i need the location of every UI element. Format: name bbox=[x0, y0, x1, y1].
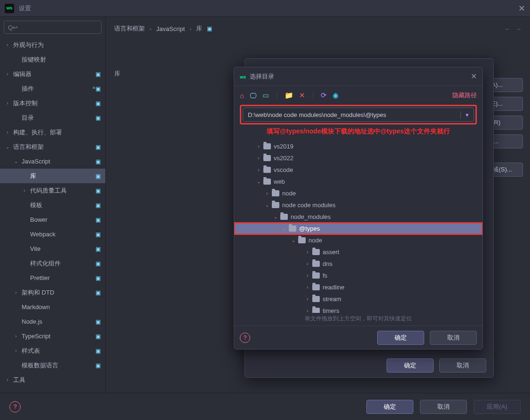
search-icon: Q↩ bbox=[8, 24, 18, 31]
sidebar-item[interactable]: Bower▣ bbox=[0, 212, 105, 227]
dialog-close-icon[interactable]: ✕ bbox=[471, 72, 477, 81]
settings-tree[interactable]: ›外观与行为按键映射›编辑器▣插件ᴬ▣›版本控制▣目录▣›构建、执行、部署⌄语言… bbox=[0, 38, 105, 393]
dir-row[interactable]: ›node bbox=[234, 187, 483, 199]
sidebar-item[interactable]: Prettier▣ bbox=[0, 271, 105, 285]
delete-icon[interactable]: ✕ bbox=[299, 91, 305, 100]
sidebar-item[interactable]: ›版本控制▣ bbox=[0, 96, 105, 110]
dir-row[interactable]: ›stream bbox=[234, 293, 483, 305]
main-footer: ? 确定 取消 应用(A) const data = JSON.parse(do… bbox=[0, 393, 530, 420]
nav-back-icon[interactable]: ← bbox=[505, 25, 511, 32]
path-dropdown-icon[interactable]: ▾ bbox=[460, 111, 469, 118]
sidebar-item[interactable]: ⌄JavaScript▣ bbox=[0, 154, 105, 169]
sidebar-item[interactable]: ›工具 bbox=[0, 373, 105, 387]
desktop-icon[interactable]: 🖵 bbox=[250, 92, 257, 100]
dialog-cancel-button[interactable]: 取消 bbox=[430, 331, 477, 345]
dir-row[interactable]: ›dns bbox=[234, 258, 483, 270]
content-area: 语言和框架 › JavaScript › 库 ▣ ← → 库 类型 全局全局全局… bbox=[106, 17, 530, 393]
library-label: 库 bbox=[114, 70, 120, 78]
sidebar-item[interactable]: ›代码质量工具▣ bbox=[0, 183, 105, 198]
sidebar-item[interactable]: Webpack▣ bbox=[0, 227, 105, 241]
inner-cancel-button[interactable]: 取消 bbox=[439, 358, 486, 373]
project-icon[interactable]: ▭ bbox=[262, 91, 269, 100]
footer-apply-button: 应用(A) bbox=[474, 400, 521, 414]
new-folder-icon[interactable]: 📁 bbox=[285, 91, 293, 100]
drop-hint: 将文件拖放到上方空间，即可对其快速定位 bbox=[234, 315, 483, 323]
sidebar-item[interactable]: 目录▣ bbox=[0, 110, 105, 125]
sidebar-item[interactable]: ›外观与行为 bbox=[0, 38, 105, 52]
select-directory-dialog: WS 选择目录 ✕ ⌂ 🖵 ▭ 📁 ✕ ⟳ ◉ 隐藏路径 D:\web\node… bbox=[234, 67, 483, 350]
home-icon[interactable]: ⌂ bbox=[240, 92, 244, 100]
footer-ok-button[interactable]: 确定 bbox=[366, 400, 413, 414]
dialog-ok-button[interactable]: 确定 bbox=[377, 331, 424, 345]
sidebar-item[interactable]: Node.js▣ bbox=[0, 314, 105, 329]
refresh-icon[interactable]: ⟳ bbox=[321, 91, 327, 100]
annotation-text: 填写@types/node模块下载的地址选中@types这个文件夹就行 bbox=[240, 127, 477, 136]
show-hidden-icon[interactable]: ◉ bbox=[332, 91, 339, 100]
sidebar-item[interactable]: Vite▣ bbox=[0, 241, 105, 256]
hide-path-link[interactable]: 隐藏路径 bbox=[452, 91, 477, 100]
inner-ok-button[interactable]: 确定 bbox=[387, 358, 434, 373]
sidebar-item[interactable]: ›编辑器▣ bbox=[0, 67, 105, 81]
dir-row[interactable]: ›vscode bbox=[234, 164, 483, 176]
sidebar-item[interactable]: ›构建、执行、部署 bbox=[0, 125, 105, 140]
dir-row[interactable]: ⌄node code modules bbox=[234, 199, 483, 211]
breadcrumb-b[interactable]: JavaScript bbox=[156, 25, 185, 32]
sidebar-item[interactable]: 模板▣ bbox=[0, 198, 105, 212]
sidebar-item[interactable]: 样式化组件▣ bbox=[0, 256, 105, 271]
sidebar-item[interactable]: 按键映射 bbox=[0, 52, 105, 67]
breadcrumb: 语言和框架 › JavaScript › 库 ▣ ← → bbox=[106, 17, 530, 40]
app-logo-small: WS bbox=[240, 73, 246, 80]
footer-help-icon[interactable]: ? bbox=[9, 401, 21, 412]
breadcrumb-a[interactable]: 语言和框架 bbox=[114, 24, 145, 33]
search-input[interactable]: Q↩ bbox=[4, 21, 102, 34]
sidebar-item[interactable]: ›样式表▣ bbox=[0, 343, 105, 358]
override-icon: ▣ bbox=[207, 25, 212, 32]
dialog-title: 选择目录 bbox=[250, 72, 274, 81]
path-text: D:\web\node code modules\node_modules\@t… bbox=[248, 111, 386, 118]
dir-row[interactable]: ›vs2019 bbox=[234, 140, 483, 152]
dir-row[interactable]: ›fs bbox=[234, 270, 483, 281]
nav-fwd-icon[interactable]: → bbox=[515, 25, 522, 32]
dir-row[interactable]: ⌄@types bbox=[234, 223, 483, 234]
titlebar: WS 设置 ✕ bbox=[0, 0, 530, 17]
directory-tree[interactable]: ›vs2019›vs2022›vscode⌄web›node⌄node code… bbox=[234, 139, 483, 313]
sidebar-item[interactable]: 插件ᴬ▣ bbox=[0, 81, 105, 96]
footer-cancel-button[interactable]: 取消 bbox=[420, 400, 467, 414]
sidebar-item[interactable]: ⌄语言和框架▣ bbox=[0, 140, 105, 154]
window-title: 设置 bbox=[19, 4, 31, 13]
dir-row[interactable]: ⌄node bbox=[234, 234, 483, 246]
sidebar-item[interactable]: 库▣ bbox=[0, 169, 105, 183]
dir-row[interactable]: ›timers bbox=[234, 305, 483, 313]
settings-sidebar: Q↩ ›外观与行为按键映射›编辑器▣插件ᴬ▣›版本控制▣目录▣›构建、执行、部署… bbox=[0, 17, 106, 393]
sidebar-item[interactable]: ›TypeScript▣ bbox=[0, 329, 105, 343]
app-logo: WS bbox=[5, 4, 14, 13]
path-input[interactable]: D:\web\node code modules\node_modules\@t… bbox=[243, 108, 474, 122]
path-highlight-box: D:\web\node code modules\node_modules\@t… bbox=[240, 105, 477, 124]
sidebar-item[interactable]: ›架构和 DTD▣ bbox=[0, 285, 105, 300]
close-icon[interactable]: ✕ bbox=[518, 3, 525, 14]
dir-row[interactable]: ›vs2022 bbox=[234, 152, 483, 164]
dir-row[interactable]: ›readline bbox=[234, 281, 483, 293]
dir-row[interactable]: ⌄web bbox=[234, 176, 483, 187]
help-icon[interactable]: ? bbox=[240, 333, 250, 343]
dialog-toolbar: ⌂ 🖵 ▭ 📁 ✕ ⟳ ◉ 隐藏路径 bbox=[234, 86, 483, 105]
sidebar-item[interactable]: Markdown bbox=[0, 300, 105, 314]
dir-row[interactable]: ›assert bbox=[234, 246, 483, 258]
dir-row[interactable]: ⌄node_modules bbox=[234, 211, 483, 223]
breadcrumb-c: 库 bbox=[196, 24, 202, 33]
sidebar-item[interactable]: 模板数据语言▣ bbox=[0, 358, 105, 373]
